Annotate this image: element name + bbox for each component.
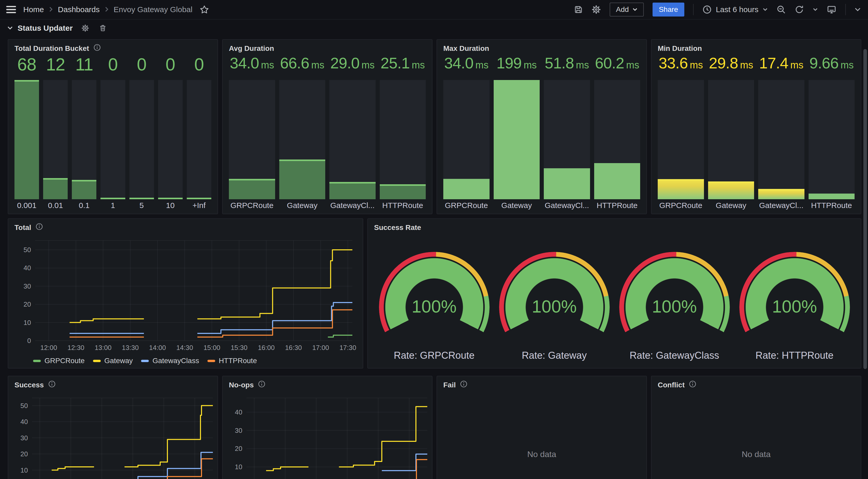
info-icon[interactable]	[460, 380, 468, 390]
panel-title[interactable]: Success Rate	[374, 224, 421, 232]
nav-more-dropdown[interactable]	[855, 7, 861, 12]
panel-title[interactable]: Total Duration Bucket	[14, 44, 89, 53]
info-icon[interactable]	[258, 380, 266, 390]
bar-value: 66.6ms	[279, 54, 326, 72]
bar-track	[330, 80, 376, 199]
info-icon[interactable]	[48, 380, 56, 390]
breadcrumb-dashboards[interactable]: Dashboards	[58, 5, 100, 14]
hamburger-menu-icon[interactable]	[6, 6, 16, 13]
panel-title[interactable]: Min Duration	[658, 44, 702, 53]
chevron-down-icon	[763, 8, 768, 11]
bar-fill	[14, 80, 39, 199]
bar-label: +Inf	[187, 201, 211, 210]
info-icon[interactable]	[689, 380, 696, 390]
gauge-value-text: 100%	[739, 296, 850, 316]
bar-label: Gateway	[708, 201, 754, 210]
legend-item[interactable]: Gateway	[93, 357, 133, 365]
panel-title[interactable]: No-ops	[229, 381, 254, 389]
svg-text:50: 50	[21, 402, 28, 410]
total-time-series[interactable]: 0102030405012:0012:3013:0013:3014:0014:3…	[14, 234, 356, 356]
bar-track	[187, 80, 211, 199]
bar-track	[443, 80, 490, 199]
bar-track	[758, 80, 804, 199]
gauges-row: 100%Rate: GRPCRoute100%Rate: Gateway100%…	[374, 252, 855, 361]
bar-fill	[43, 178, 68, 199]
svg-text:10: 10	[24, 319, 31, 327]
svg-text:0: 0	[27, 337, 31, 345]
bar-label: Gateway	[494, 201, 540, 210]
refresh-interval-dropdown[interactable]	[813, 8, 818, 11]
chevron-down-icon	[813, 8, 818, 11]
bar-track	[658, 80, 704, 199]
bar-value: 17.4ms	[758, 54, 804, 72]
bar-fill	[158, 198, 183, 199]
bar-label: 10	[158, 201, 183, 210]
svg-text:12:30: 12:30	[67, 344, 84, 351]
chevron-down-icon	[855, 7, 861, 12]
breadcrumb-home[interactable]: Home	[23, 5, 44, 14]
bar-values-row: 6812110000	[14, 54, 211, 78]
panel-title[interactable]: Total	[14, 224, 31, 232]
share-button[interactable]: Share	[653, 3, 684, 16]
bar-label: GatewayCl...	[758, 201, 804, 210]
svg-text:13:30: 13:30	[122, 344, 139, 351]
bar-value: 0	[129, 54, 154, 74]
legend-item[interactable]: HTTPRoute	[208, 357, 257, 365]
panel-success-rate: Success Rate 100%Rate: GRPCRoute100%Rate…	[367, 218, 861, 369]
bar-fill	[494, 80, 540, 199]
dashboard-row-header: Status Updater	[7, 24, 107, 33]
bar-track	[100, 80, 125, 199]
svg-text:13:00: 13:00	[95, 344, 112, 351]
bar-label: GatewayCl...	[544, 201, 590, 210]
row-collapse-icon[interactable]	[7, 26, 13, 30]
bar-track	[380, 80, 426, 199]
add-button[interactable]: Add	[610, 3, 644, 16]
row-delete-trash-icon[interactable]	[99, 24, 107, 32]
bar-track	[129, 80, 154, 199]
breadcrumb-current: Envoy Gateway Global	[114, 5, 192, 14]
bar-fill	[658, 179, 704, 199]
bar-labels-row: 0.0010.010.11510+Inf	[14, 199, 211, 212]
bar-value: 29.0ms	[330, 54, 376, 72]
bar-value: 29.8ms	[708, 54, 754, 72]
bar-track	[43, 80, 68, 199]
refresh-icon[interactable]	[795, 5, 804, 14]
panel-title[interactable]: Conflict	[658, 381, 685, 389]
star-icon[interactable]	[200, 5, 209, 14]
info-icon[interactable]	[35, 223, 43, 233]
noops-time-series[interactable]: 010203040	[229, 392, 426, 479]
zoom-out-icon[interactable]	[777, 5, 786, 14]
svg-text:50: 50	[24, 246, 31, 254]
bar-values-row: 34.0ms66.6ms29.0ms25.1ms	[229, 54, 426, 78]
time-range-picker[interactable]: Last 6 hours	[703, 5, 768, 14]
panel-title[interactable]: Success	[14, 381, 44, 389]
settings-gear-icon[interactable]	[592, 5, 601, 14]
legend-color-pill	[141, 360, 149, 362]
row-title[interactable]: Status Updater	[18, 24, 72, 33]
bar-value: 199ms	[494, 54, 540, 72]
svg-text:10: 10	[21, 466, 28, 474]
bar-columns	[443, 80, 640, 199]
success-time-series[interactable]: 01020304050	[14, 392, 211, 479]
panel-title[interactable]: Avg Duration	[229, 44, 274, 53]
panel-avg-duration: Avg Duration34.0ms66.6ms29.0ms25.1msGRPC…	[222, 39, 432, 214]
save-icon[interactable]	[574, 5, 583, 14]
panel-title[interactable]: Max Duration	[443, 44, 489, 53]
grafana-dashboard: Home Dashboards Envoy Gateway Global Add…	[0, 0, 868, 479]
clock-icon	[703, 5, 712, 14]
panel-max-duration: Max Duration34.0ms199ms51.8ms60.2msGRPCR…	[437, 39, 647, 214]
bar-labels-row: GRPCRouteGatewayGatewayCl...HTTPRoute	[658, 199, 855, 212]
legend-item[interactable]: GRPCRoute	[33, 357, 85, 365]
bar-track	[229, 80, 275, 199]
row-settings-gear-icon[interactable]	[82, 24, 89, 32]
panel-title[interactable]: Fail	[443, 381, 456, 389]
scrollbar-thumb[interactable]	[863, 49, 867, 369]
bar-label: GRPCRoute	[658, 201, 704, 210]
kiosk-monitor-icon[interactable]	[827, 5, 836, 14]
info-icon[interactable]	[93, 44, 101, 54]
divider	[845, 4, 846, 15]
bar-columns	[658, 80, 855, 199]
panel-noops-chart: No-ops 010203040	[222, 376, 432, 479]
bar-value: 60.2ms	[594, 54, 641, 72]
legend-item[interactable]: GatewayClass	[141, 357, 199, 365]
